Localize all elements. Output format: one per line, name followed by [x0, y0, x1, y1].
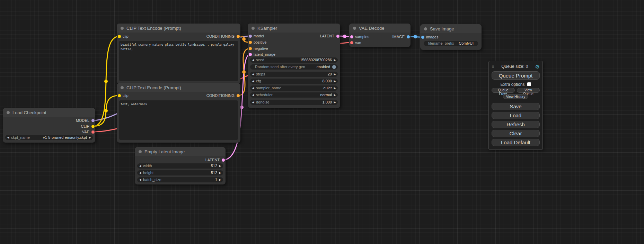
arrow-left-icon[interactable]: ◀ [250, 100, 256, 105]
collapse-dot-icon[interactable] [121, 86, 124, 89]
arrow-right-icon[interactable]: ▶ [332, 72, 338, 77]
node-vae-decode[interactable]: VAE Decode samples vae IMAGE [349, 24, 411, 47]
widget-value: 1.000 [322, 100, 332, 105]
node-title-bar[interactable]: Empty Latent Image [135, 147, 226, 156]
input-port-samples[interactable] [350, 35, 353, 38]
refresh-button[interactable]: Refresh [492, 121, 540, 128]
node-empty-latent-image[interactable]: Empty Latent Image LATENT ◀ width 512 ▶ … [135, 147, 226, 184]
output-label-clip: CLIP [81, 124, 89, 129]
input-port-vae[interactable] [350, 41, 353, 44]
output-label-conditioning: CONDITIONING [206, 93, 235, 98]
node-title-bar[interactable]: CLIP Text Encode (Prompt) [117, 24, 240, 33]
collapse-dot-icon[interactable] [424, 27, 427, 30]
arrow-right-icon[interactable]: ▶ [217, 163, 223, 169]
arrow-right-icon[interactable]: ▶ [332, 92, 338, 98]
node-graph-canvas[interactable]: CLIP Text Encode (Prompt) clip CONDITION… [0, 0, 644, 244]
drag-handle-icon[interactable]: ⠿ [492, 64, 494, 69]
queue-prompt-button[interactable]: Queue Prompt [492, 71, 540, 80]
widget-ckpt-name[interactable]: ◀ ckpt_name v1-5-pruned-emaonly.ckpt ▶ [5, 135, 93, 140]
widget-steps[interactable]: ◀ steps 20 ▶ [250, 72, 338, 77]
output-port-clip[interactable] [91, 125, 95, 128]
node-title-bar[interactable]: CLIP Text Encode (Prompt) [117, 83, 240, 92]
node-title: KSampler [257, 26, 277, 31]
arrow-left-icon[interactable]: ◀ [250, 92, 256, 98]
widget-sampler-name[interactable]: ◀ sampler_name euler ▶ [250, 85, 338, 91]
collapse-dot-icon[interactable] [121, 27, 124, 30]
extra-options-label: Extra options [500, 82, 524, 87]
node-title-bar[interactable]: KSampler [248, 24, 340, 33]
widget-width[interactable]: ◀ width 512 ▶ [137, 163, 223, 169]
arrow-right-icon[interactable]: ▶ [217, 177, 223, 182]
arrow-left-icon[interactable]: ◀ [250, 57, 256, 63]
negative-prompt-textarea[interactable]: text, watermark [119, 100, 238, 140]
node-clip-text-encode-positive[interactable]: CLIP Text Encode (Prompt) clip CONDITION… [117, 24, 240, 84]
widget-value: v1-5-pruned-emaonly.ckpt [43, 135, 87, 140]
collapse-dot-icon[interactable] [353, 27, 356, 30]
input-port-model[interactable] [249, 35, 252, 38]
node-title: CLIP Text Encode (Prompt) [126, 26, 181, 31]
node-load-checkpoint[interactable]: Load Checkpoint MODEL CLIP VAE ◀ ckpt_na… [3, 108, 95, 143]
queue-panel: ⠿ Queue size: 0 ⚙ Queue Prompt Extra opt… [488, 61, 543, 150]
node-title-bar[interactable]: Load Checkpoint [3, 108, 95, 117]
queue-front-button[interactable]: Queue Front [492, 88, 515, 93]
arrow-left-icon[interactable]: ◀ [137, 170, 143, 175]
widget-scheduler[interactable]: ◀ scheduler normal ▶ [250, 92, 338, 98]
widget-value: 8.000 [322, 79, 332, 84]
arrow-left-icon[interactable]: ◀ [137, 177, 143, 182]
arrow-right-icon[interactable]: ▶ [87, 135, 93, 140]
input-port-clip[interactable] [118, 35, 121, 38]
settings-gear-icon[interactable]: ⚙ [535, 64, 540, 69]
clear-button[interactable]: Clear [492, 130, 540, 137]
output-port-latent[interactable] [222, 159, 225, 162]
widget-random-seed-toggle[interactable]: Random seed after every gen enabled [250, 64, 338, 70]
widget-filename-prefix[interactable]: filename_prefix ComfyUI [424, 41, 478, 46]
arrow-right-icon[interactable]: ▶ [332, 100, 338, 105]
arrow-right-icon[interactable]: ▶ [332, 85, 338, 91]
widget-cfg[interactable]: ◀ cfg 8.000 ▶ [250, 79, 338, 84]
load-default-button[interactable]: Load Default [492, 139, 540, 146]
input-port-positive[interactable] [249, 41, 252, 44]
input-port-latent-image[interactable] [249, 53, 252, 56]
widget-value: euler [324, 85, 332, 91]
output-port-model[interactable] [91, 119, 95, 122]
widget-height[interactable]: ◀ height 512 ▶ [137, 170, 223, 175]
widget-label: filename_prefix [428, 41, 454, 46]
save-button[interactable]: Save [492, 103, 540, 110]
view-history-button[interactable]: View History [503, 94, 528, 99]
arrow-right-icon[interactable]: ▶ [217, 170, 223, 175]
arrow-left-icon[interactable]: ◀ [250, 85, 256, 91]
output-label-model: MODEL [76, 118, 89, 123]
positive-prompt-textarea[interactable]: beautiful scenery nature glass bottle la… [119, 41, 238, 81]
output-port-conditioning[interactable] [237, 35, 240, 38]
node-title-bar[interactable]: VAE Decode [349, 24, 411, 33]
widget-denoise[interactable]: ◀ denoise 1.000 ▶ [250, 100, 338, 105]
widget-seed[interactable]: ◀ seed 156680208700286 ▶ [250, 57, 338, 63]
node-title-bar[interactable]: Save Image [420, 24, 482, 33]
output-port-vae[interactable] [91, 130, 95, 134]
load-button[interactable]: Load [492, 112, 540, 119]
node-save-image[interactable]: Save Image images filename_prefix ComfyU… [420, 24, 482, 50]
node-clip-text-encode-negative[interactable]: CLIP Text Encode (Prompt) clip CONDITION… [117, 83, 240, 143]
collapse-dot-icon[interactable] [7, 111, 10, 114]
arrow-left-icon[interactable]: ◀ [250, 72, 256, 77]
widget-label: sampler_name [256, 85, 281, 91]
collapse-dot-icon[interactable] [139, 150, 142, 153]
arrow-left-icon[interactable]: ◀ [137, 163, 143, 169]
input-port-negative[interactable] [249, 47, 252, 50]
collapse-dot-icon[interactable] [252, 27, 255, 30]
arrow-left-icon[interactable]: ◀ [250, 79, 256, 84]
toggle-dot-icon[interactable] [332, 65, 336, 69]
view-queue-button[interactable]: View Queue [517, 88, 540, 93]
node-ksampler[interactable]: KSampler model positive negative latent_… [248, 24, 340, 108]
arrow-left-icon[interactable]: ◀ [5, 135, 11, 140]
output-port-latent[interactable] [336, 35, 339, 38]
input-port-images[interactable] [421, 36, 424, 39]
output-port-conditioning[interactable] [237, 94, 240, 97]
extra-options-checkbox[interactable] [527, 82, 531, 86]
arrow-right-icon[interactable]: ▶ [332, 57, 338, 63]
arrow-right-icon[interactable]: ▶ [332, 79, 338, 84]
widget-value: 156680208700286 [300, 57, 332, 63]
output-port-image[interactable] [407, 35, 410, 38]
widget-batch-size[interactable]: ◀ batch_size 1 ▶ [137, 177, 223, 182]
input-port-clip[interactable] [118, 94, 121, 97]
